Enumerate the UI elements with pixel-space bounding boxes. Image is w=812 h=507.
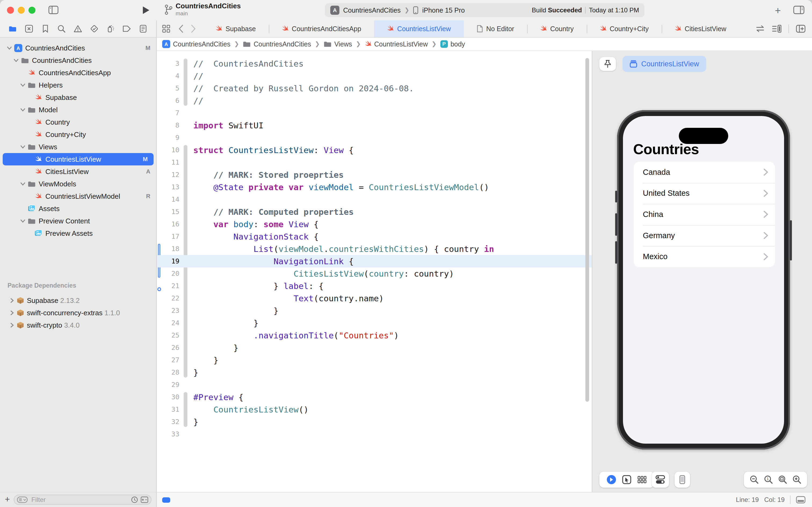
line-number[interactable]: 8 [157, 119, 179, 131]
preview-variants-button[interactable] [637, 476, 647, 484]
sidebar-item-country-city[interactable]: Country+City [0, 128, 156, 141]
code-line-14[interactable]: 14 [157, 193, 592, 206]
line-number[interactable]: 12 [157, 169, 179, 181]
disclosure-icon[interactable] [10, 298, 14, 303]
code-line-6[interactable]: 6// [157, 95, 592, 107]
code-line-31[interactable]: 31 CountriesListView() [157, 403, 592, 416]
disclosure-icon[interactable] [10, 311, 14, 315]
code-line-33[interactable]: 33 [157, 428, 592, 440]
bookmark-navigator-icon[interactable] [41, 24, 50, 33]
code-line-26[interactable]: 26 } [157, 342, 592, 354]
go-back-icon[interactable] [178, 25, 183, 33]
preview-target-tag[interactable]: CountriesListView [623, 56, 706, 72]
source-control-navigator-icon[interactable] [24, 24, 34, 33]
breadcrumb-item[interactable]: CountriesAndCities [243, 40, 311, 48]
line-number[interactable]: 15 [157, 206, 179, 218]
close-window-button[interactable] [7, 7, 14, 14]
breadcrumb-item[interactable]: CountriesListView [365, 40, 428, 48]
recent-files-clock-icon[interactable] [131, 496, 138, 503]
code-line-13[interactable]: 13 @State private var viewModel = Countr… [157, 181, 592, 193]
country-row-germany[interactable]: Germany [634, 225, 775, 246]
sidebar-item-countriesandcities[interactable]: ACountriesAndCitiesM [0, 42, 156, 54]
go-forward-icon[interactable] [191, 25, 196, 33]
project-status[interactable]: CountriesAndCities main [164, 2, 241, 17]
package-supabase[interactable]: Supabase 2.13.2 [0, 294, 156, 307]
tab-no-editor[interactable]: No Editor [464, 20, 527, 37]
line-number[interactable]: 24 [157, 317, 179, 329]
line-number[interactable]: 17 [157, 230, 179, 243]
line-number[interactable]: 10 [157, 144, 179, 156]
code-line-10[interactable]: 10struct CountriesListView: View { [157, 144, 592, 156]
code-line-29[interactable]: 29 [157, 379, 592, 391]
sidebar-toggle-icon[interactable] [48, 5, 59, 14]
code-line-11[interactable]: 11 [157, 156, 592, 169]
choose-device-button[interactable] [679, 475, 685, 484]
disclosure-icon[interactable] [7, 46, 12, 51]
line-number[interactable]: 26 [157, 342, 179, 354]
device-settings-button[interactable] [655, 475, 665, 484]
code-line-16[interactable]: 16 var body: some View { [157, 218, 592, 230]
scheme-selector[interactable]: A CountriesAndCities ❯ iPhone 15 Pro Bui… [325, 3, 644, 17]
country-row-mexico[interactable]: Mexico [634, 246, 775, 267]
line-number[interactable]: 19 [157, 255, 179, 268]
sidebar-item-viewmodels[interactable]: ViewModels [0, 178, 156, 190]
selectable-preview-button[interactable] [622, 475, 631, 484]
sidebar-item-supabase[interactable]: Supabase [0, 91, 156, 104]
editor-options-icon[interactable] [772, 25, 781, 33]
line-number[interactable]: 18 [157, 243, 179, 255]
line-number[interactable]: 29 [157, 379, 179, 391]
add-editor-icon[interactable] [796, 25, 806, 33]
pin-preview-button[interactable] [599, 57, 616, 71]
code-line-4[interactable]: 4// [157, 70, 592, 82]
run-button[interactable] [142, 6, 150, 14]
tab-citieslistview[interactable]: CitiesListView [661, 20, 739, 37]
code-line-8[interactable]: 8import SwiftUI [157, 119, 592, 131]
line-number[interactable]: 25 [157, 329, 179, 342]
sidebar-item-countriesandcities[interactable]: CountriesAndCities [0, 54, 156, 67]
country-row-china[interactable]: China [634, 204, 775, 225]
line-number[interactable]: 3 [157, 57, 179, 70]
line-number[interactable]: 33 [157, 428, 179, 440]
disclosure-icon[interactable] [20, 83, 25, 88]
adjust-editor-arrows-icon[interactable] [756, 25, 765, 33]
sidebar-item-helpers[interactable]: Helpers [0, 79, 156, 91]
code-line-21[interactable]: 21 } label: { [157, 280, 592, 292]
filter-input[interactable] [31, 496, 128, 504]
code-line-27[interactable]: 27 } [157, 354, 592, 366]
breakpoint-navigator-icon[interactable] [122, 24, 131, 33]
zoom-window-button[interactable] [28, 7, 36, 14]
country-row-united-states[interactable]: United States [634, 183, 775, 204]
line-number[interactable]: 4 [157, 70, 179, 82]
country-row-canada[interactable]: Canada [634, 162, 775, 183]
code-line-7[interactable]: 7 [157, 107, 592, 119]
line-number[interactable]: 22 [157, 292, 179, 304]
sidebar-item-country[interactable]: Country [0, 116, 156, 128]
zoom-out-icon[interactable] [750, 475, 759, 484]
add-file-button[interactable]: + [5, 495, 10, 504]
sidebar-item-countrieslistviewmodel[interactable]: CountriesListViewModelR [0, 190, 156, 203]
line-number[interactable]: 6 [157, 95, 179, 107]
sidebar-item-countrieslistview[interactable]: CountriesListViewM [3, 153, 154, 165]
tab-country-city[interactable]: Country+City [587, 20, 661, 37]
code-line-28[interactable]: 28} [157, 366, 592, 379]
code-line-23[interactable]: 23 } [157, 304, 592, 317]
related-items-icon[interactable] [162, 25, 170, 33]
code-line-5[interactable]: 5// Created by Russell Gordon on 2024-06… [157, 82, 592, 95]
sidebar-item-preview-content[interactable]: Preview Content [0, 215, 156, 227]
code-line-24[interactable]: 24 } [157, 317, 592, 329]
line-number[interactable]: 7 [157, 107, 179, 119]
line-number[interactable]: 11 [157, 156, 179, 169]
line-number[interactable]: 32 [157, 416, 179, 428]
code-line-12[interactable]: 12 // MARK: Stored proeprties [157, 169, 592, 181]
tab-countriesandcitiesapp[interactable]: CountriesAndCitiesApp [269, 20, 374, 37]
editor-scrollbar[interactable] [585, 58, 589, 402]
line-number[interactable]: 23 [157, 304, 179, 317]
activity-status[interactable]: Build Succeeded Today at 1:10 PM [532, 6, 639, 14]
disclosure-icon[interactable] [20, 219, 25, 223]
breadcrumb-item[interactable]: Pbody [441, 40, 465, 48]
code-line-32[interactable]: 32} [157, 416, 592, 428]
zoom-fit-icon[interactable] [778, 475, 787, 484]
code-line-17[interactable]: 17 NavigationStack { [157, 230, 592, 243]
find-navigator-icon[interactable] [57, 24, 66, 33]
tab-countrieslistview[interactable]: CountriesListView [374, 20, 464, 37]
